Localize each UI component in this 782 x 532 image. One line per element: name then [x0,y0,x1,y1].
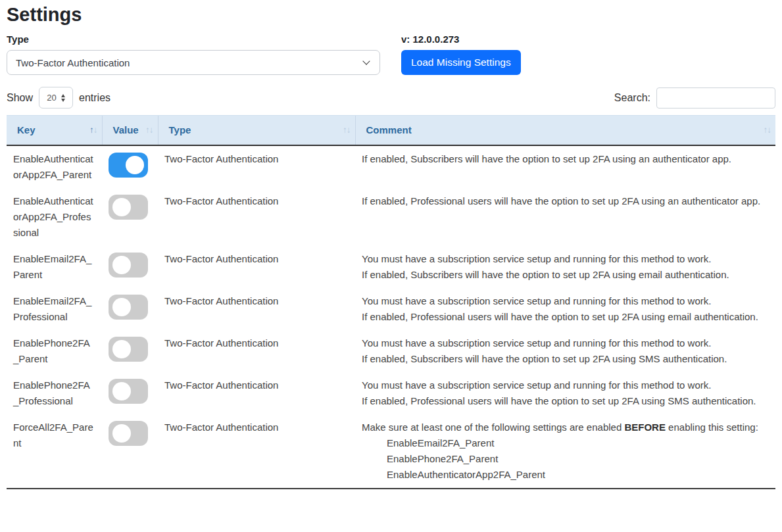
version-text: v: 12.0.0.273 [401,33,521,46]
comment-line: You must have a subscription service set… [362,335,769,351]
toggle-knob-icon [112,198,131,216]
comment-line: You must have a subscription service set… [362,251,769,267]
comment-line: You must have a subscription service set… [362,293,769,309]
type-select-value: Two-Factor Authentication [16,57,130,68]
value-cell [102,330,158,372]
version-block: v: 12.0.0.273 Load Missing Settings [401,33,521,75]
key-cell: EnableAuthenticatorApp2FA_Professional [7,188,102,246]
entries-label: entries [79,92,110,104]
show-label: Show [7,92,33,104]
value-cell [102,288,158,330]
comment-cell: You must have a subscription service set… [355,246,775,288]
key-cell: EnableAuthenticatorApp2FA_Parent [7,145,102,188]
page-title: Settings [7,3,775,26]
comment-cell: You must have a subscription service set… [355,288,775,330]
table-controls: Show 20 entries Search: [7,87,775,109]
key-cell: ForceAll2FA_Parent [7,414,102,489]
column-header-comment[interactable]: Comment ↑↓ [355,116,775,146]
toggle-knob-icon [112,298,131,316]
comment-line: Make sure at least one of the following … [362,420,769,435]
sort-icon: ↑↓ [145,123,153,137]
value-toggle[interactable] [109,337,148,362]
value-cell [102,372,158,414]
type-select[interactable]: Two-Factor Authentication [7,50,380,75]
type-filter-block: Type Two-Factor Authentication [7,33,380,75]
value-cell [102,246,158,288]
type-cell: Two-Factor Authentication [158,414,355,489]
column-header-value[interactable]: Value ↑↓ [102,116,158,146]
key-cell: EnableEmail2FA_Professional [7,288,102,330]
comment-line: EnablePhone2FA_Parent [362,451,769,467]
sort-icon: ↑↓ [89,123,97,137]
comment-cell: If enabled, Professional users will have… [355,188,775,246]
comment-line: If enabled, Professional users will have… [362,193,769,209]
type-cell: Two-Factor Authentication [158,246,355,288]
search-group: Search: [614,87,775,109]
comment-cell: You must have a subscription service set… [355,330,775,372]
value-toggle[interactable] [109,195,148,220]
type-cell: Two-Factor Authentication [158,330,355,372]
key-cell: EnablePhone2FA_Parent [7,330,102,372]
value-toggle[interactable] [109,153,148,178]
value-toggle[interactable] [109,295,148,320]
value-cell [102,188,158,246]
filter-section: Type Two-Factor Authentication v: 12.0.0… [7,33,775,75]
settings-table: Key ↑↓ Value ↑↓ Type ↑↓ Comment ↑↓ Enabl… [7,115,775,489]
entries-select[interactable]: 20 [39,87,73,109]
value-toggle[interactable] [109,253,148,278]
comment-line: If enabled, Professional users will have… [362,393,769,409]
value-cell [102,145,158,188]
comment-line: If enabled, Professional users will have… [362,309,769,325]
chevron-down-icon [362,57,370,64]
comment-line: EnableAuthenticatorApp2FA_Parent [362,467,769,483]
load-missing-settings-button[interactable]: Load Missing Settings [401,50,521,75]
comment-cell: You must have a subscription service set… [355,372,775,414]
value-toggle[interactable] [109,421,148,446]
type-label: Type [7,33,380,46]
column-header-type[interactable]: Type ↑↓ [158,116,355,146]
entries-select-value: 20 [47,93,56,103]
toggle-knob-icon [112,424,131,443]
comment-line: If enabled, Subscribers will have the op… [362,151,769,167]
search-label: Search: [614,92,650,104]
type-cell: Two-Factor Authentication [158,288,355,330]
show-entries-group: Show 20 entries [7,87,110,109]
stepper-down-icon [61,99,65,102]
comment-line: If enabled, Subscribers will have the op… [362,351,769,367]
key-cell: EnableEmail2FA_Parent [7,246,102,288]
table-row: EnableAuthenticatorApp2FA_ParentTwo-Fact… [7,145,775,188]
settings-table-body: EnableAuthenticatorApp2FA_ParentTwo-Fact… [7,145,775,489]
search-input[interactable] [656,87,775,109]
type-cell: Two-Factor Authentication [158,145,355,188]
sort-icon: ↑↓ [764,123,771,137]
type-cell: Two-Factor Authentication [158,372,355,414]
sort-icon: ↑↓ [343,123,351,137]
comment-cell: Make sure at least one of the following … [355,414,775,489]
table-row: ForceAll2FA_ParentTwo-Factor Authenticat… [7,414,775,489]
toggle-knob-icon [112,256,131,274]
comment-line: You must have a subscription service set… [362,377,769,393]
settings-page: Settings Type Two-Factor Authentication … [0,0,782,489]
toggle-knob-icon [112,340,131,358]
comment-line: If enabled, Subscribers will have the op… [362,267,769,283]
table-row: EnablePhone2FA_ParentTwo-Factor Authenti… [7,330,775,372]
stepper-icon [61,94,65,102]
table-row: EnableEmail2FA_ProfessionalTwo-Factor Au… [7,288,775,330]
table-row: EnableEmail2FA_ParentTwo-Factor Authenti… [7,246,775,288]
type-cell: Two-Factor Authentication [158,188,355,246]
toggle-knob-icon [112,382,131,400]
toggle-knob-icon [126,156,144,174]
table-row: EnablePhone2FA_ProfessionalTwo-Factor Au… [7,372,775,414]
comment-line: EnableEmail2FA_Parent [362,435,769,451]
column-header-key[interactable]: Key ↑↓ [7,116,102,146]
comment-cell: If enabled, Subscribers will have the op… [355,145,775,188]
value-cell [102,414,158,489]
table-row: EnableAuthenticatorApp2FA_ProfessionalTw… [7,188,775,246]
stepper-up-icon [61,94,65,97]
value-toggle[interactable] [109,379,148,404]
key-cell: EnablePhone2FA_Professional [7,372,102,414]
table-header-row: Key ↑↓ Value ↑↓ Type ↑↓ Comment ↑↓ [7,116,775,146]
